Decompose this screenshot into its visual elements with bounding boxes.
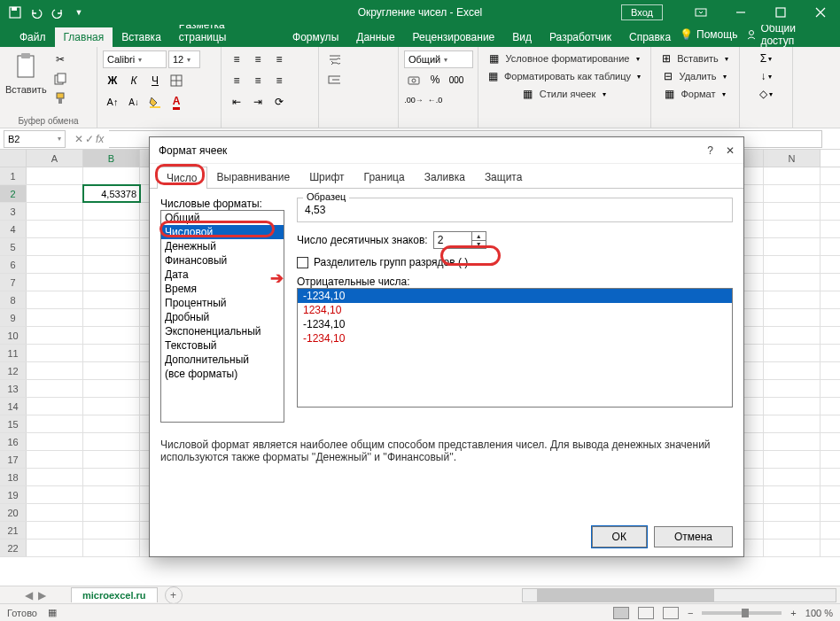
cell[interactable] [27,203,83,220]
tab-insert[interactable]: Вставка [113,27,170,47]
dialog-help-icon[interactable]: ? [707,144,713,157]
login-button[interactable]: Вход [621,4,663,20]
dialog-tab-font[interactable]: Шрифт [299,166,354,188]
row-head[interactable]: 18 [0,469,27,485]
row-head[interactable]: 8 [0,291,27,308]
ok-button[interactable]: ОК [592,526,647,547]
cell[interactable] [27,327,83,344]
qat-dropdown-icon[interactable]: ▼ [69,3,89,22]
undo-icon[interactable] [27,3,46,22]
dialog-tab-number[interactable]: Число [157,167,207,189]
decimals-input[interactable] [434,232,471,248]
borders-icon[interactable] [167,72,186,89]
row-head[interactable]: 21 [0,522,27,539]
redo-icon[interactable] [48,3,67,22]
cell[interactable] [83,309,140,326]
row-head[interactable]: 17 [0,451,27,468]
cell[interactable] [27,362,83,379]
align-center-icon[interactable]: ≡ [248,72,268,89]
ribbon-options-icon[interactable] [681,0,720,25]
decrease-font-icon[interactable]: A↓ [124,93,144,111]
dialog-tab-protection[interactable]: Защита [475,166,533,188]
cell[interactable] [27,185,83,202]
row-head[interactable]: 20 [0,504,27,521]
increase-indent-icon[interactable]: ⇥ [248,93,268,111]
cell[interactable] [27,221,83,237]
fill-color-icon[interactable] [145,93,165,111]
align-right-icon[interactable]: ≡ [269,72,289,89]
increase-decimal-icon[interactable]: .00→ [404,91,424,109]
save-icon[interactable] [5,3,25,22]
cell[interactable] [83,398,140,415]
format-painter-icon[interactable] [51,89,70,107]
cell[interactable] [27,451,83,468]
cell[interactable] [764,167,821,184]
number-formats-list[interactable]: ОбщийЧисловойДенежныйФинансовыйДатаВремя… [160,210,284,423]
next-sheet-icon[interactable]: ▶ [38,589,46,602]
tab-formulas[interactable]: Формулы [284,27,347,47]
align-bottom-icon[interactable]: ≡ [269,50,289,68]
cell[interactable] [764,469,821,485]
format-item[interactable]: (все форматы) [161,367,284,381]
cancel-button[interactable]: Отмена [654,526,733,547]
spinner-up-icon[interactable]: ▲ [472,232,486,241]
cell[interactable] [27,167,83,184]
cell[interactable] [764,380,821,397]
zoom-level[interactable]: 100 % [805,608,833,618]
delete-cells-button[interactable]: ⊟ Удалить ▾ [657,68,734,84]
increase-font-icon[interactable]: A↑ [103,93,122,111]
fx-icon[interactable]: fx [96,133,104,145]
cell[interactable] [27,238,83,255]
cell[interactable] [27,256,83,273]
row-head[interactable]: 11 [0,345,27,361]
row-head[interactable]: 3 [0,203,27,220]
decrease-decimal-icon[interactable]: ←.0 [425,91,445,109]
thousands-separator-checkbox[interactable] [297,257,308,268]
cell[interactable] [83,486,140,503]
cell[interactable] [83,291,140,308]
cut-icon[interactable]: ✂ [51,50,70,68]
cell[interactable] [764,309,821,326]
cell[interactable] [83,539,140,556]
row-head[interactable]: 10 [0,327,27,344]
tab-review[interactable]: Рецензирование [404,27,504,47]
clear-icon[interactable]: ◇ ▾ [745,86,787,102]
cell[interactable] [83,238,140,255]
cell[interactable] [764,451,821,468]
format-item[interactable]: Денежный [161,239,284,253]
col-b[interactable]: B [83,150,140,167]
spinner-down-icon[interactable]: ▼ [472,241,486,249]
tab-file[interactable]: Файл [11,27,55,47]
cell[interactable] [27,345,83,361]
cell[interactable] [764,398,821,415]
format-item[interactable]: Время [161,282,284,296]
cell[interactable] [83,504,140,521]
row-head[interactable]: 16 [0,433,27,450]
cell[interactable] [27,486,83,503]
dialog-tab-border[interactable]: Граница [354,166,415,188]
cell[interactable] [764,362,821,379]
cell[interactable] [83,274,140,291]
select-all-corner[interactable] [0,150,27,167]
format-item[interactable]: Процентный [161,296,284,310]
cell[interactable] [83,327,140,344]
format-item[interactable]: Дробный [161,310,284,324]
negative-number-item[interactable]: 1234,10 [298,303,732,317]
cell[interactable] [27,380,83,397]
sheet-tab[interactable]: microexcel.ru [71,587,158,602]
cell[interactable] [764,522,821,539]
cell[interactable] [764,539,821,556]
fill-icon[interactable]: ↓ ▾ [745,68,787,84]
cell[interactable] [764,221,821,237]
cell[interactable] [27,291,83,308]
format-as-table-button[interactable]: ▦ Форматировать как таблицу ▾ [484,68,645,84]
cell[interactable] [764,486,821,503]
italic-button[interactable]: К [124,72,144,89]
wrap-text-icon[interactable] [324,50,344,68]
tab-data[interactable]: Данные [347,27,403,47]
format-item[interactable]: Общий [161,211,284,225]
cell[interactable] [83,469,140,485]
cell[interactable] [27,469,83,485]
merge-cells-icon[interactable] [324,71,344,89]
cell[interactable] [83,256,140,273]
